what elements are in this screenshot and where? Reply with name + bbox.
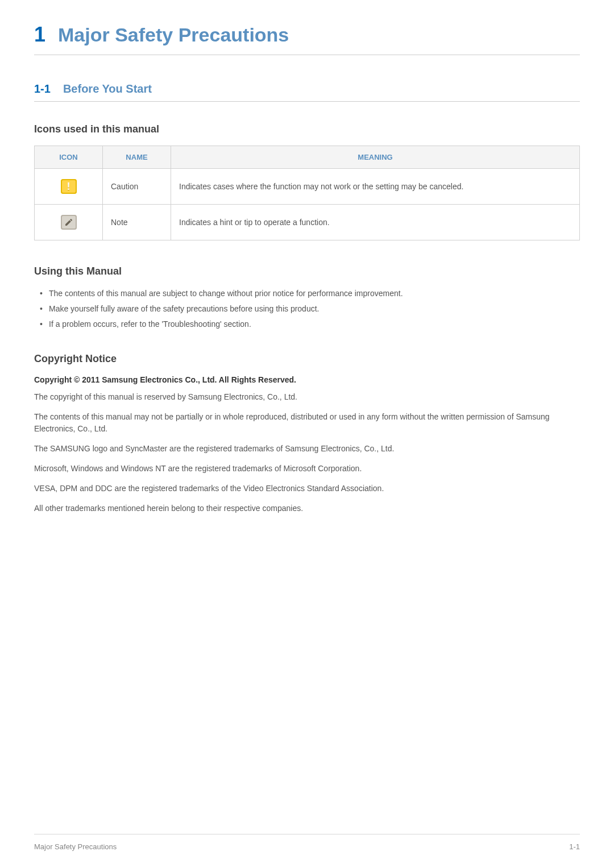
exclamation-icon: ! <box>67 181 70 193</box>
icon-name-cell: Caution <box>103 169 171 205</box>
icon-name-cell: Note <box>103 205 171 240</box>
using-manual-heading: Using this Manual <box>34 265 580 277</box>
table-header-meaning: MEANING <box>171 146 580 169</box>
section-header: 1-1 Before You Start <box>34 82 580 102</box>
copyright-bold-line: Copyright © 2011 Samsung Electronics Co.… <box>34 375 580 384</box>
copyright-paragraph: The contents of this manual may not be p… <box>34 411 580 435</box>
table-header-icon: ICON <box>35 146 103 169</box>
icon-meaning-cell: Indicates cases where the function may n… <box>171 169 580 205</box>
table-row: Note Indicates a hint or tip to operate … <box>35 205 580 240</box>
section-title: Before You Start <box>63 82 152 95</box>
list-item: If a problem occurs, refer to the 'Troub… <box>34 318 580 330</box>
chapter-header: 1 Major Safety Precautions <box>34 23 580 55</box>
icon-meaning-cell: Indicates a hint or tip to operate a fun… <box>171 205 580 240</box>
icons-heading: Icons used in this manual <box>34 123 580 135</box>
icons-table: ICON NAME MEANING ! Caution Indicates ca… <box>34 146 580 240</box>
chapter-title: Major Safety Precautions <box>58 24 289 46</box>
section-number: 1-1 <box>34 82 51 95</box>
copyright-paragraph: All other trademarks mentioned herein be… <box>34 502 580 514</box>
table-header-name: NAME <box>103 146 171 169</box>
caution-icon: ! <box>61 179 77 194</box>
list-item: Make yourself fully aware of the safety … <box>34 303 580 315</box>
copyright-paragraph: The copyright of this manual is reserved… <box>34 391 580 403</box>
list-item: The contents of this manual are subject … <box>34 288 580 300</box>
using-manual-list: The contents of this manual are subject … <box>34 288 580 330</box>
chapter-number: 1 <box>34 23 45 47</box>
page-footer: Major Safety Precautions 1-1 <box>34 834 580 851</box>
footer-left: Major Safety Precautions <box>34 842 117 851</box>
copyright-heading: Copyright Notice <box>34 353 580 365</box>
table-row: ! Caution Indicates cases where the func… <box>35 169 580 205</box>
pencil-icon <box>64 218 73 227</box>
footer-right: 1-1 <box>569 842 580 851</box>
copyright-paragraph: VESA, DPM and DDC are the registered tra… <box>34 483 580 495</box>
copyright-paragraph: Microsoft, Windows and Windows NT are th… <box>34 463 580 475</box>
copyright-paragraph: The SAMSUNG logo and SyncMaster are the … <box>34 443 580 455</box>
note-icon <box>61 215 77 230</box>
